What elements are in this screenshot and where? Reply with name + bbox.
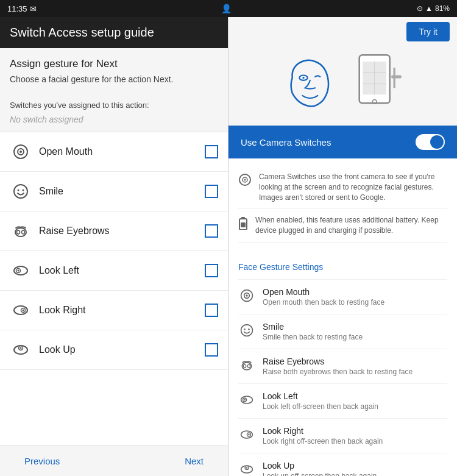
svg-point-40 bbox=[248, 329, 250, 330]
open-mouth-checkbox[interactable] bbox=[205, 145, 218, 158]
next-button[interactable]: Next bbox=[180, 453, 208, 469]
app-header: Switch Access setup guide bbox=[0, 17, 228, 48]
gesture-item-smile[interactable]: Smile bbox=[0, 172, 228, 211]
app-title: Switch Access setup guide bbox=[10, 26, 154, 39]
svg-point-7 bbox=[17, 230, 20, 234]
right-smile-name: Smile bbox=[263, 322, 363, 332]
svg-point-49 bbox=[248, 434, 250, 436]
gesture-item-look-left[interactable]: Look Left bbox=[0, 251, 228, 291]
look-right-icon bbox=[10, 299, 32, 321]
gesture-list: Open Mouth Smile bbox=[0, 132, 228, 446]
status-bar: 11:35 ✉ 👤 ⊙ ▲ 81% bbox=[0, 0, 457, 17]
right-smile-icon bbox=[238, 323, 255, 341]
camera-info-icon bbox=[238, 173, 252, 190]
svg-point-39 bbox=[244, 329, 246, 330]
no-switch-text: No switch assigned bbox=[10, 112, 218, 129]
svg-point-3 bbox=[14, 185, 27, 198]
look-right-checkbox[interactable] bbox=[205, 304, 218, 317]
svg-point-38 bbox=[241, 325, 253, 336]
camera-switch-bar[interactable]: Use Camera Switches bbox=[228, 126, 457, 158]
gesture-item-look-up[interactable]: Look Up bbox=[0, 330, 228, 370]
right-raise-eyebrows-info: Raise Eyebrows Raise both eyebrows then … bbox=[263, 357, 413, 376]
svg-rect-26 bbox=[391, 76, 402, 79]
right-raise-eyebrows-item: Raise Eyebrows Raise both eyebrows then … bbox=[238, 349, 447, 384]
battery-info-item: When enabled, this feature uses addition… bbox=[238, 209, 447, 243]
raise-eyebrows-checkbox[interactable] bbox=[205, 224, 218, 238]
right-look-right-icon bbox=[238, 427, 255, 445]
right-panel: Try it bbox=[228, 17, 457, 476]
raise-eyebrows-label: Raise Eyebrows bbox=[39, 226, 205, 236]
right-look-left-info: Look Left Look left off-screen then back… bbox=[263, 391, 378, 411]
app-icon-area: 👤 bbox=[221, 4, 232, 13]
svg-point-5 bbox=[23, 189, 24, 191]
svg-rect-27 bbox=[393, 68, 395, 76]
raise-eyebrows-icon bbox=[10, 220, 32, 242]
message-icon: ✉ bbox=[30, 4, 37, 13]
svg-point-19 bbox=[302, 77, 304, 79]
illustration-area bbox=[228, 46, 457, 126]
battery-info-icon bbox=[238, 216, 248, 233]
right-look-up-item: Look Up Look up off-screen then back aga… bbox=[238, 453, 447, 476]
right-look-right-desc: Look right off-screen then back again bbox=[263, 437, 383, 446]
status-left: 11:35 ✉ bbox=[7, 4, 37, 13]
look-up-checkbox[interactable] bbox=[205, 343, 218, 357]
try-it-bar: Try it bbox=[228, 17, 457, 46]
left-panel: Switch Access setup guide Assign gesture… bbox=[0, 17, 228, 476]
face-illustration bbox=[282, 52, 343, 113]
time: 11:35 bbox=[7, 4, 27, 13]
camera-switch-toggle[interactable] bbox=[416, 134, 445, 150]
right-look-left-desc: Look left off-screen then back again bbox=[263, 402, 378, 411]
right-look-right-name: Look Right bbox=[263, 426, 383, 436]
camera-info-item: Camera Switches use the front camera to … bbox=[238, 166, 447, 209]
gesture-item-look-right[interactable]: Look Right bbox=[0, 291, 228, 330]
svg-point-37 bbox=[246, 294, 247, 296]
look-left-checkbox[interactable] bbox=[205, 264, 218, 277]
right-open-mouth-item: Open Mouth Open mouth then back to resti… bbox=[238, 280, 447, 314]
face-gesture-title: Face Gesture Settings bbox=[238, 257, 447, 280]
right-look-left-item: Look Left Look left off-screen then back… bbox=[238, 384, 447, 419]
svg-point-52 bbox=[246, 467, 248, 469]
right-open-mouth-icon bbox=[238, 288, 255, 306]
right-smile-info: Smile Smile then back to resting face bbox=[263, 322, 363, 341]
right-look-up-info: Look Up Look up off-screen then back aga… bbox=[263, 461, 377, 476]
look-up-icon bbox=[10, 339, 32, 361]
svg-point-2 bbox=[19, 151, 22, 153]
right-look-up-desc: Look up off-screen then back again bbox=[263, 472, 377, 476]
svg-point-8 bbox=[22, 230, 25, 234]
smile-checkbox[interactable] bbox=[205, 185, 218, 198]
camera-info-text: Camera Switches use the front camera to … bbox=[259, 172, 447, 202]
assign-desc: Choose a facial gesture for the action N… bbox=[10, 74, 218, 86]
right-raise-eyebrows-icon bbox=[238, 358, 255, 375]
info-section: Camera Switches use the front camera to … bbox=[228, 158, 457, 250]
right-look-right-item: Look Right Look right off-screen then ba… bbox=[238, 419, 447, 453]
toggle-knob bbox=[430, 135, 444, 149]
main-container: Switch Access setup guide Assign gesture… bbox=[0, 17, 457, 476]
status-right: ⊙ ▲ 81% bbox=[417, 4, 450, 13]
look-right-label: Look Right bbox=[39, 305, 205, 316]
switches-label: Switches you've assigned to this action: bbox=[10, 101, 218, 110]
right-look-left-name: Look Left bbox=[263, 391, 378, 401]
battery-info-text: When enabled, this feature uses addition… bbox=[255, 215, 447, 236]
switches-section: Switches you've assigned to this action:… bbox=[0, 91, 228, 132]
gesture-item-raise-eyebrows[interactable]: Raise Eyebrows bbox=[0, 211, 228, 251]
open-mouth-icon bbox=[10, 141, 32, 163]
right-look-right-info: Look Right Look right off-screen then ba… bbox=[263, 426, 383, 446]
try-it-button[interactable]: Try it bbox=[406, 22, 450, 41]
right-open-mouth-info: Open Mouth Open mouth then back to resti… bbox=[263, 287, 384, 307]
smile-label: Smile bbox=[39, 186, 205, 197]
right-look-up-icon bbox=[238, 462, 255, 476]
smile-icon bbox=[10, 180, 32, 202]
svg-point-4 bbox=[18, 189, 19, 191]
svg-point-31 bbox=[244, 179, 246, 181]
right-look-up-name: Look Up bbox=[263, 461, 377, 471]
svg-point-46 bbox=[244, 399, 246, 401]
gesture-item-open-mouth[interactable]: Open Mouth bbox=[0, 132, 228, 172]
camera-switch-label: Use Camera Switches bbox=[241, 137, 331, 147]
svg-rect-28 bbox=[393, 78, 395, 88]
svg-point-11 bbox=[18, 269, 19, 271]
look-left-icon bbox=[10, 260, 32, 282]
previous-button[interactable]: Previous bbox=[19, 453, 65, 469]
svg-rect-34 bbox=[241, 222, 246, 227]
battery-text: 81% bbox=[435, 4, 450, 13]
right-open-mouth-desc: Open mouth then back to resting face bbox=[263, 298, 384, 307]
